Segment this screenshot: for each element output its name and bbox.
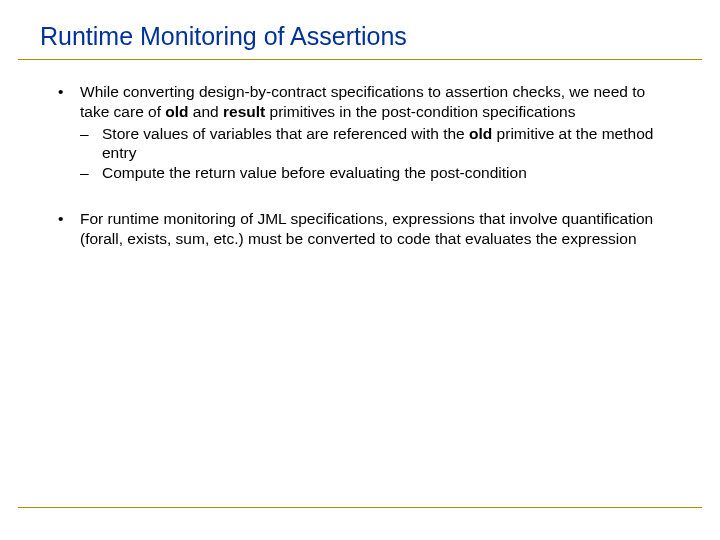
bullet-text: While converting design-by-contract spec… (80, 82, 670, 122)
bullet-item: • For runtime monitoring of JML specific… (58, 209, 670, 249)
bold-old: old (469, 125, 492, 142)
bold-result: result (223, 103, 265, 120)
sub-bullet-item: – Store values of variables that are ref… (80, 124, 670, 164)
text-span: and (189, 103, 223, 120)
content-area: • While converting design-by-contract sp… (0, 60, 720, 249)
bullet-block-1: • While converting design-by-contract sp… (58, 82, 670, 183)
bullet-text: Compute the return value before evaluati… (102, 163, 670, 183)
bullet-item: • While converting design-by-contract sp… (58, 82, 670, 122)
bullet-marker: – (80, 163, 102, 183)
bullet-text: Store values of variables that are refer… (102, 124, 670, 164)
bullet-block-2: • For runtime monitoring of JML specific… (58, 209, 670, 249)
sub-bullet-item: – Compute the return value before evalua… (80, 163, 670, 183)
slide-title: Runtime Monitoring of Assertions (0, 22, 720, 59)
footer-divider (18, 507, 702, 508)
bold-old: old (165, 103, 188, 120)
bullet-text: For runtime monitoring of JML specificat… (80, 209, 670, 249)
bullet-marker: – (80, 124, 102, 164)
bullet-marker: • (58, 82, 80, 122)
bullet-marker: • (58, 209, 80, 249)
text-span: primitives in the post-condition specifi… (265, 103, 575, 120)
slide: Runtime Monitoring of Assertions • While… (0, 0, 720, 540)
text-span: Store values of variables that are refer… (102, 125, 469, 142)
